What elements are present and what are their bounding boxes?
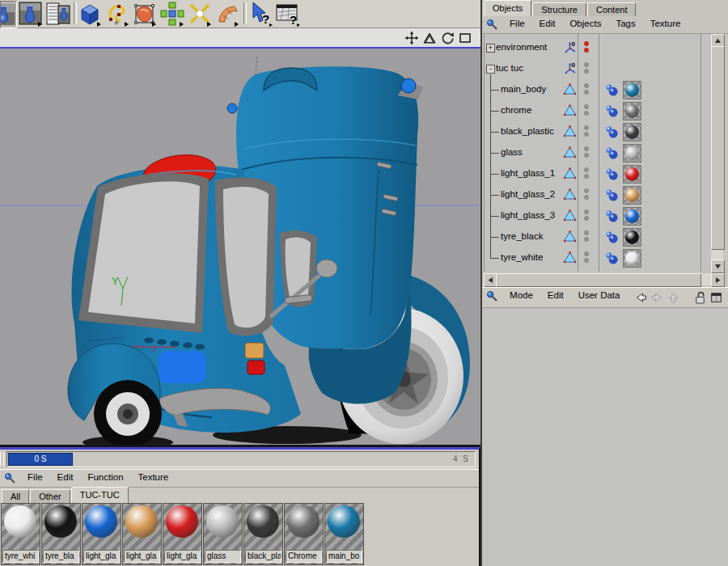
object-row[interactable]: light_glass_1 xyxy=(485,163,711,184)
manager-tab-structure[interactable]: Structure xyxy=(532,2,586,16)
expand-icon[interactable]: + xyxy=(486,44,495,53)
scroll-right-button[interactable] xyxy=(711,273,725,287)
null-axis-icon[interactable]: 0 xyxy=(563,61,577,75)
material-menu-texture[interactable]: Texture xyxy=(131,470,176,485)
visibility-dots[interactable] xyxy=(581,145,592,159)
phong-tag-icon[interactable] xyxy=(605,146,618,159)
polygon-icon[interactable] xyxy=(563,188,577,201)
phong-tag-icon[interactable] xyxy=(605,251,618,264)
maximize-view-icon[interactable] xyxy=(457,30,472,45)
visibility-dots[interactable] xyxy=(581,103,592,117)
visibility-dots[interactable] xyxy=(581,208,592,222)
visibility-dots[interactable] xyxy=(581,166,592,180)
material-swatch[interactable]: light_gla xyxy=(122,503,162,565)
polygon-icon[interactable] xyxy=(563,82,577,96)
phong-tag-icon[interactable] xyxy=(605,188,618,201)
collapse-icon[interactable]: - xyxy=(486,65,495,74)
visibility-dots[interactable] xyxy=(581,250,592,264)
manager-tab-content[interactable]: Content xyxy=(587,2,637,16)
manager-window-icon[interactable] xyxy=(709,290,723,306)
render-settings-button[interactable] xyxy=(45,1,71,27)
phong-tag-icon[interactable] xyxy=(605,230,618,243)
material-tag[interactable] xyxy=(623,81,641,99)
material-menu-edit[interactable]: Edit xyxy=(50,470,81,485)
scrollbar-thumb[interactable] xyxy=(496,273,701,287)
object-row[interactable]: +environment0 xyxy=(485,37,711,58)
object-manager-menu-edit[interactable]: Edit xyxy=(532,16,563,32)
object-label[interactable]: light_glass_2 xyxy=(501,189,555,199)
phong-tag-icon[interactable] xyxy=(605,125,618,138)
material-menu-file[interactable]: File xyxy=(20,470,50,485)
visibility-dots[interactable] xyxy=(581,61,592,75)
mode-bar-menu-edit[interactable]: Edit xyxy=(540,288,571,303)
material-swatch[interactable]: main_bo xyxy=(324,503,364,565)
object-label[interactable]: environment xyxy=(496,42,547,52)
object-label[interactable]: tyre_black xyxy=(501,231,543,241)
material-swatch[interactable]: Chrome xyxy=(284,503,324,565)
object-label[interactable]: tyre_white xyxy=(501,252,543,262)
object-label[interactable]: chrome xyxy=(501,105,531,115)
material-swatch[interactable]: black_pla xyxy=(243,503,283,565)
material-tag[interactable] xyxy=(623,102,641,120)
material-tag[interactable] xyxy=(623,186,641,205)
object-row[interactable]: light_glass_3 xyxy=(485,205,711,226)
material-swatch[interactable]: tyre_bla xyxy=(41,503,81,565)
render-picture-viewer-button[interactable] xyxy=(18,1,44,27)
go-parent-icon[interactable] xyxy=(667,291,680,306)
object-row[interactable]: black_plastic xyxy=(485,121,711,142)
pin-icon[interactable] xyxy=(486,290,498,304)
polygon-icon[interactable] xyxy=(563,230,577,243)
visibility-dots[interactable] xyxy=(581,187,592,201)
mode-bar-menu-user-data[interactable]: User Data xyxy=(571,288,628,303)
material-tag[interactable] xyxy=(623,207,641,226)
object-row[interactable]: tyre_black xyxy=(485,226,711,247)
manager-tab-objects[interactable]: Objects xyxy=(484,0,531,16)
material-tag[interactable] xyxy=(623,123,641,142)
add-cube-primitive-button[interactable] xyxy=(77,1,103,27)
object-row[interactable]: chrome xyxy=(485,100,711,121)
add-array-button[interactable] xyxy=(159,1,185,27)
material-tag[interactable] xyxy=(623,144,641,163)
history-forward-icon[interactable] xyxy=(650,291,664,306)
polygon-icon[interactable] xyxy=(563,125,577,138)
material-swatch[interactable]: light_gla xyxy=(163,503,202,565)
phong-tag-icon[interactable] xyxy=(605,104,618,117)
object-label[interactable]: main_body xyxy=(501,84,546,94)
object-label[interactable]: light_glass_3 xyxy=(501,210,555,220)
timeline-current-handle[interactable]: 0 S xyxy=(8,453,73,466)
render-view-button[interactable] xyxy=(0,1,17,28)
mode-bar-menu-mode[interactable]: Mode xyxy=(502,288,540,303)
context-help-button[interactable]: ? xyxy=(248,1,273,27)
material-tab-other[interactable]: Other xyxy=(30,489,70,503)
scrollbar-thumb[interactable] xyxy=(711,46,725,250)
object-manager-menu-objects[interactable]: Objects xyxy=(562,16,608,32)
rotate-view-icon[interactable] xyxy=(439,30,455,45)
object-label[interactable]: light_glass_1 xyxy=(501,168,555,178)
add-spline-button[interactable] xyxy=(104,1,130,27)
polygon-icon[interactable] xyxy=(563,103,577,117)
visibility-dots[interactable] xyxy=(581,124,592,138)
object-row[interactable]: light_glass_2 xyxy=(485,184,711,205)
object-manager-menu-tags[interactable]: Tags xyxy=(608,16,642,32)
pin-icon[interactable] xyxy=(486,19,498,32)
object-manager-menu-file[interactable]: File xyxy=(502,16,532,32)
material-tag[interactable] xyxy=(623,249,641,268)
material-swatch[interactable]: glass xyxy=(203,503,243,565)
move-view-icon[interactable] xyxy=(404,30,419,45)
material-tag[interactable] xyxy=(623,228,641,247)
help-browser-button[interactable]: ? xyxy=(275,1,301,27)
object-label[interactable]: glass xyxy=(501,147,523,157)
material-swatch[interactable]: light_gla xyxy=(82,503,121,565)
phong-tag-icon[interactable] xyxy=(605,83,618,96)
object-row[interactable]: tyre_white xyxy=(485,247,711,268)
object-tree-vertical-scrollbar[interactable] xyxy=(711,34,723,272)
add-deformer-button[interactable] xyxy=(214,1,240,27)
object-row[interactable]: main_body xyxy=(485,79,711,100)
material-menu-function[interactable]: Function xyxy=(80,470,130,485)
null-axis-icon[interactable]: 0 xyxy=(563,40,577,54)
phong-tag-icon[interactable] xyxy=(605,167,618,180)
material-tab-all[interactable]: All xyxy=(2,489,29,503)
visibility-dots[interactable] xyxy=(581,229,592,243)
object-label[interactable]: black_plastic xyxy=(501,126,554,136)
material-swatch[interactable]: tyre_whi xyxy=(1,503,40,565)
